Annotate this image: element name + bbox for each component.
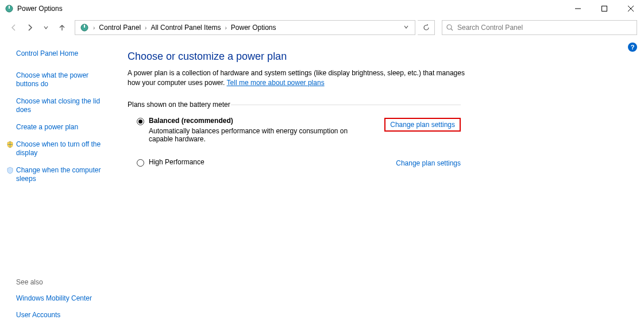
sidebar-link-create-plan[interactable]: Create a power plan [16,123,108,132]
change-plan-settings-link[interactable]: Change plan settings [384,118,461,132]
svg-rect-3 [602,6,607,11]
svg-point-8 [447,25,452,29]
power-options-icon [80,23,89,32]
svg-line-9 [451,29,453,30]
plan-radio-balanced[interactable] [137,118,144,125]
plans-section-heading: Plans shown on the battery meter [128,101,461,109]
sidebar-link-closing-lid[interactable]: Choose what closing the lid does [16,97,108,115]
sidebar: Control Panel Home Choose what the power… [0,38,115,335]
chevron-right-icon[interactable]: › [91,25,97,31]
sidebar-link-computer-sleeps[interactable]: Change when the computer sleeps [16,166,108,184]
plan-row-high-performance: High Performance Change plan settings [128,153,461,170]
sidebar-link-power-buttons[interactable]: Choose what the power buttons do [16,71,108,89]
see-also-user-accounts[interactable]: User Accounts [16,311,108,320]
help-icon[interactable]: ? [628,43,637,52]
refresh-button[interactable] [418,20,435,35]
main-panel: Choose or customize a power plan A power… [115,38,644,335]
address-bar[interactable]: › Control Panel › All Control Panel Item… [75,20,415,35]
close-button[interactable] [618,0,644,17]
titlebar: Power Options [0,0,644,17]
page-description: A power plan is a collection of hardware… [128,68,472,88]
svg-rect-7 [84,25,85,28]
change-plan-settings-link[interactable]: Change plan settings [396,159,461,167]
recent-dropdown[interactable] [39,21,53,34]
power-options-icon [5,4,14,13]
address-dropdown[interactable] [400,24,412,32]
plan-name: High Performance [149,158,384,166]
tell-me-more-link[interactable]: Tell me more about power plans [227,79,325,87]
chevron-right-icon[interactable]: › [143,25,148,31]
search-box[interactable] [442,20,637,35]
plan-row-balanced: Balanced (recommended) Automatically bal… [128,112,461,145]
content-area: ? Control Panel Home Choose what the pow… [0,38,644,335]
navbar: › Control Panel › All Control Panel Item… [0,17,644,38]
page-title: Choose or customize a power plan [128,51,627,63]
search-icon [446,24,454,32]
maximize-button[interactable] [591,0,618,17]
plan-description: Automatically balances performance with … [149,127,373,143]
shield-icon [6,141,14,149]
back-button[interactable] [7,21,21,34]
breadcrumb-item[interactable]: Power Options [229,24,279,32]
plan-radio-high-performance[interactable] [137,159,144,167]
sidebar-link-turn-off-display[interactable]: Choose when to turn off the display [16,140,108,158]
up-button[interactable] [55,21,69,34]
svg-rect-1 [9,6,10,9]
search-input[interactable] [457,24,633,32]
breadcrumb-item[interactable]: Control Panel [97,24,143,32]
see-also-heading: See also [16,278,108,286]
control-panel-home-link[interactable]: Control Panel Home [16,49,108,59]
chevron-right-icon[interactable]: › [223,25,228,31]
forward-button[interactable] [23,21,37,34]
shield-icon [6,167,14,175]
window-controls [565,0,644,17]
minimize-button[interactable] [565,0,591,17]
plan-name: Balanced (recommended) [149,117,373,125]
window-title: Power Options [17,5,63,13]
see-also-mobility-center[interactable]: Windows Mobility Center [16,294,108,303]
breadcrumb-item[interactable]: All Control Panel Items [148,24,223,32]
